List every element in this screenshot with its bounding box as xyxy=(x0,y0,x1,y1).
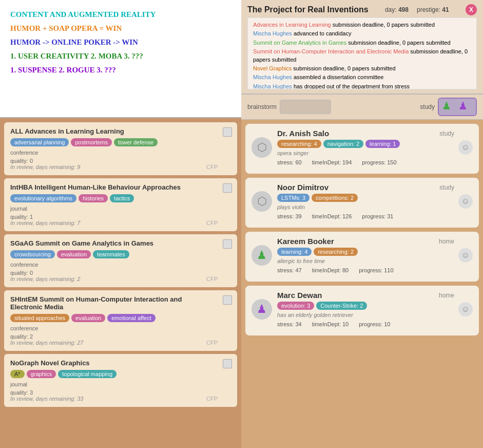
log-link[interactable]: Mischa Hughes xyxy=(253,83,292,89)
paper-tag: evolutionary algorithms xyxy=(10,194,76,202)
paper-tag: topological mapping xyxy=(58,370,117,378)
student-location: home xyxy=(439,292,454,299)
student-stat: stress: 34 xyxy=(277,321,302,327)
student-stat: timeInDept: 80 xyxy=(312,267,349,273)
brainstorm-section: brainstorm xyxy=(247,100,331,114)
paper-review: In review, days remaining: 27 xyxy=(10,340,231,346)
student-avatar: ⬡ xyxy=(252,191,272,212)
paper-checkbox[interactable] xyxy=(223,239,232,249)
papers-list: ALL Advances in Learning Learningadversa… xyxy=(0,118,241,448)
brainstorm-input[interactable] xyxy=(280,100,331,114)
study-section: study ♟ ♟ xyxy=(420,98,477,116)
cfp-badge: CFP xyxy=(206,396,218,402)
paper-type: conference xyxy=(10,262,231,268)
student-action-icon[interactable]: ☺ xyxy=(458,194,473,209)
paper-title: ALL Advances in Learning Learning xyxy=(10,127,231,135)
student-location: study xyxy=(439,184,454,191)
student-description: opera singer xyxy=(277,150,458,156)
student-tag: competitions: 2 xyxy=(312,194,358,202)
paper-tag: evaluation xyxy=(71,314,105,322)
student-tag: learning: 4 xyxy=(277,248,312,256)
student-avatar: ♟ xyxy=(252,245,272,266)
log-link[interactable]: Novel Graphics xyxy=(253,65,292,71)
cfp-badge: CFP xyxy=(206,340,218,346)
student-card: ⬡Noor DimitrovstudyLSTMs: 3competitions:… xyxy=(245,178,479,228)
study-meeples[interactable]: ♟ ♟ xyxy=(438,98,477,116)
student-stat: progress: 10 xyxy=(359,321,390,327)
whiteboard-line: 1. USER CREATIVITY 2. MOBA 3. ??? xyxy=(10,52,231,61)
student-action-icon[interactable]: ☺ xyxy=(458,302,473,316)
log-entry: Mischa Hughes has dropped out of the dep… xyxy=(253,83,471,89)
paper-tag: histories xyxy=(79,194,108,202)
student-stats: stress: 39timeInDept: 126progress: 31 xyxy=(277,213,458,219)
close-button[interactable]: X xyxy=(466,4,477,15)
student-stat: stress: 47 xyxy=(277,267,302,273)
paper-title: NoGraph Novel Graphics xyxy=(10,359,231,367)
paper-card: SHIntEM Summit on Human-Computer Interac… xyxy=(4,290,237,351)
student-header: ⬡Noor DimitrovstudyLSTMs: 3competitions:… xyxy=(252,183,473,219)
log-entry: Summit on Game Analytics in Games submis… xyxy=(253,39,471,47)
paper-checkbox[interactable] xyxy=(223,183,232,193)
paper-tag: teammates xyxy=(93,250,129,258)
student-card: ♟Kareem Bookerhomelearning: 4researching… xyxy=(245,232,479,282)
student-stats: stress: 47timeInDept: 80progress: 110 xyxy=(277,267,458,273)
student-card: ♟Marc Dewanhomeevolution: 3Counter-Strik… xyxy=(245,286,479,335)
paper-tag: adversarial planning xyxy=(10,138,69,146)
paper-card: SGaAG Summit on Game Analytics in Gamesc… xyxy=(4,234,237,287)
student-action-icon[interactable]: ☺ xyxy=(458,140,473,155)
student-name: Marc Dewan xyxy=(277,291,322,300)
whiteboard-line: HUMOR -> ONLINE POKER -> WIN xyxy=(10,38,231,47)
paper-checkbox[interactable] xyxy=(223,127,232,137)
student-avatar: ⬡ xyxy=(252,137,272,158)
log-link[interactable]: Summit on Game Analytics in Games xyxy=(253,40,346,46)
student-tag: navigation: 2 xyxy=(323,140,363,148)
paper-review: In review, days remaining: 2 xyxy=(10,276,231,282)
student-card: ⬡Dr. Anish Salostudyresearching: 4naviga… xyxy=(245,124,479,174)
student-tag: Counter-Strike: 2 xyxy=(316,302,367,310)
log-link[interactable]: Mischa Hughes xyxy=(253,30,292,36)
paper-type: journal xyxy=(10,206,231,212)
student-action-icon[interactable]: ☺ xyxy=(458,248,473,263)
student-stat: timeInDept: 10 xyxy=(312,321,349,327)
paper-card: IntHBA Intelligent Human-Like Behaviour … xyxy=(4,178,237,231)
paper-review: In review, days remaining: 7 xyxy=(10,220,231,226)
student-tag: learning: 1 xyxy=(365,140,400,148)
paper-card: NoGraph Novel GraphicsA*graphicstopologi… xyxy=(4,354,237,407)
cfp-badge: CFP xyxy=(206,164,218,170)
activity-log: Advances in Learning Learning submission… xyxy=(247,17,477,89)
day-label: day: 498 xyxy=(385,6,409,13)
prestige-label: prestige: 41 xyxy=(417,6,449,13)
paper-tag: emotional affect xyxy=(107,314,155,322)
paper-type: journal xyxy=(10,381,231,387)
paper-type: conference xyxy=(10,325,231,331)
paper-quality: quality: 2 xyxy=(10,333,33,340)
paper-title: SHIntEM Summit on Human-Computer Interac… xyxy=(10,295,231,311)
student-location: study xyxy=(439,130,454,137)
student-tag: evolution: 3 xyxy=(277,302,314,310)
whiteboard-line: 1. SUSPENSE 2. ROGUE 3. ??? xyxy=(10,66,231,74)
project-title: The Project for Real Inventions xyxy=(247,5,369,14)
paper-review: In review, days remaining: 9 xyxy=(10,164,231,170)
action-bar: brainstorm study ♟ ♟ xyxy=(241,94,483,120)
log-link[interactable]: Mischa Hughes xyxy=(253,74,292,80)
paper-checkbox[interactable] xyxy=(223,295,232,305)
log-entry: Summit on Human-Computer Interaction and… xyxy=(253,48,471,64)
student-stat: progress: 110 xyxy=(359,267,393,273)
paper-review: In review, days remaining: 33 xyxy=(10,396,231,402)
log-link[interactable]: Summit on Human-Computer Interaction and… xyxy=(253,48,409,54)
students-list: ⬡Dr. Anish Salostudyresearching: 4naviga… xyxy=(241,120,483,448)
left-panel: CONTENT AND AUGMENTED REALITYHUMOR + SOA… xyxy=(0,0,241,448)
paper-card: ALL Advances in Learning Learningadversa… xyxy=(4,122,237,175)
student-name: Kareem Booker xyxy=(277,237,334,246)
log-link[interactable]: Advances in Learning Learning xyxy=(253,22,331,28)
paper-tag: situated approaches xyxy=(10,314,69,322)
paper-tag: evaluation xyxy=(57,250,91,258)
paper-checkbox[interactable] xyxy=(223,359,232,368)
paper-quality: quality: 0 xyxy=(10,270,33,276)
student-stat: timeInDept: 126 xyxy=(312,213,352,219)
paper-title: SGaAG Summit on Game Analytics in Games xyxy=(10,239,231,247)
student-location: home xyxy=(439,238,454,245)
whiteboard-line: CONTENT AND AUGMENTED REALITY xyxy=(10,10,231,19)
student-description: plays violin xyxy=(277,204,458,210)
brainstorm-label: brainstorm xyxy=(247,103,277,110)
